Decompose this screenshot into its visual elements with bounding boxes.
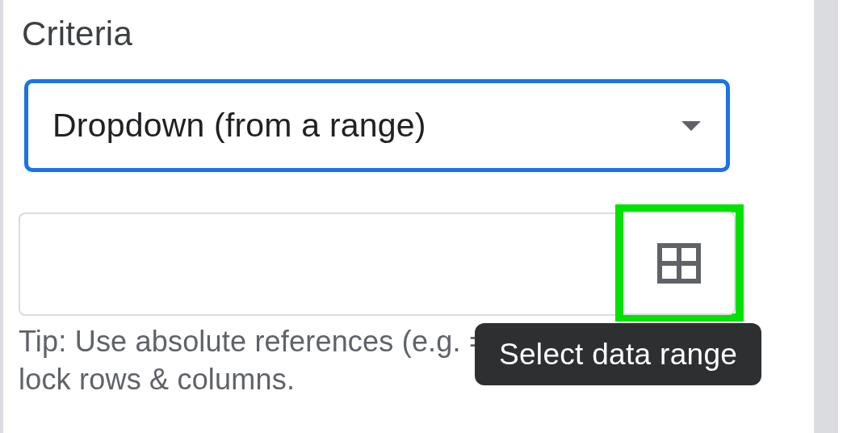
section-title: Criteria	[22, 15, 132, 53]
vertical-scrollbar[interactable]	[814, 0, 838, 433]
tip-line-1: Tip: Use absolute references (e.g. =$	[19, 325, 502, 358]
select-data-range-button[interactable]	[623, 212, 736, 315]
criteria-panel-viewport: Criteria Dropdown (from a range)	[0, 0, 868, 433]
highlight-annotation-box	[615, 204, 744, 322]
tooltip-text: Select data range	[499, 338, 737, 372]
select-data-range-tooltip: Select data range	[475, 323, 761, 385]
tip-line-2: lock rows & columns.	[19, 363, 295, 396]
criteria-panel: Criteria Dropdown (from a range)	[0, 0, 814, 433]
criteria-type-selected-label: Dropdown (from a range)	[52, 107, 426, 145]
range-source-input[interactable]	[19, 212, 615, 316]
grid-range-icon	[657, 243, 701, 284]
range-input-row	[19, 212, 744, 318]
chevron-down-icon	[681, 120, 702, 132]
criteria-type-dropdown[interactable]: Dropdown (from a range)	[24, 79, 730, 172]
